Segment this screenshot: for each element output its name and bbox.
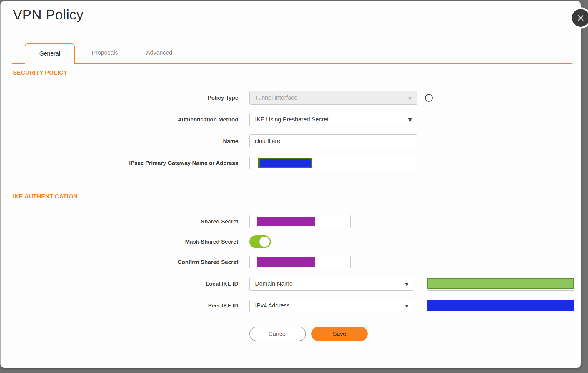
gateway-redaction-block — [258, 158, 312, 168]
policy-type-select: Tunnel Interface ▼ — [249, 91, 417, 105]
confirm-shared-secret-input[interactable] — [249, 255, 351, 269]
save-button-label: Save — [333, 331, 346, 337]
local-ike-id-redaction-block — [427, 278, 574, 289]
field-name: Name — [1, 134, 581, 148]
authentication-method-label: Authentication Method — [1, 116, 249, 123]
chevron-down-icon: ▼ — [404, 302, 410, 309]
shared-secret-redaction-block — [257, 217, 315, 226]
local-ike-id-value-input[interactable] — [426, 277, 575, 291]
ipsec-primary-gateway-input[interactable] — [249, 156, 417, 170]
cancel-button-label: Cancel — [269, 331, 287, 337]
local-ike-id-select[interactable]: Domain Name ▼ — [249, 277, 414, 291]
ipsec-primary-gateway-label: IPsec Primary Gateway Name or Address — [1, 160, 249, 166]
local-ike-id-label: Local IKE ID — [1, 281, 249, 287]
field-shared-secret: Shared Secret — [1, 215, 581, 228]
field-mask-shared-secret: Mask Shared Secret — [1, 235, 581, 248]
authentication-method-select[interactable]: IKE Using Preshared Secret ▼ — [249, 113, 417, 126]
confirm-shared-secret-redaction-block — [257, 257, 315, 267]
confirm-shared-secret-label: Confirm Shared Secret — [1, 259, 249, 265]
shared-secret-label: Shared Secret — [1, 218, 249, 225]
local-ike-id-type-value: Domain Name — [255, 280, 293, 287]
policy-type-info-icon[interactable]: i — [425, 94, 433, 102]
peer-ike-id-redaction-block — [427, 300, 574, 311]
field-peer-ike-id: Peer IKE ID IPv4 Address ▼ — [1, 299, 581, 312]
close-icon: × — [577, 10, 584, 26]
tab-advanced-label: Advanced — [146, 49, 172, 56]
mask-shared-secret-toggle[interactable] — [249, 235, 271, 248]
close-button[interactable]: × — [572, 9, 588, 27]
peer-ike-id-value-input[interactable] — [426, 299, 575, 312]
tab-general-label: General — [39, 50, 60, 57]
field-policy-type: Policy Type Tunnel Interface ▼ i — [1, 91, 581, 105]
page-title: VPN Policy — [13, 6, 84, 23]
mask-shared-secret-label: Mask Shared Secret — [1, 239, 249, 245]
peer-ike-id-label: Peer IKE ID — [1, 302, 249, 309]
peer-ike-id-type-value: IPv4 Address — [255, 302, 290, 309]
vpn-policy-dialog: VPN Policy General Proposals Advanced SE… — [0, 1, 581, 368]
field-local-ike-id: Local IKE ID Domain Name ▼ — [1, 277, 581, 291]
name-label: Name — [1, 138, 249, 145]
field-confirm-shared-secret: Confirm Shared Secret — [1, 255, 581, 269]
tab-proposals-label: Proposals — [92, 49, 118, 56]
policy-type-value: Tunnel Interface — [255, 94, 297, 101]
toggle-knob — [259, 237, 270, 247]
chevron-down-icon: ▼ — [407, 95, 413, 101]
field-ipsec-primary-gateway: IPsec Primary Gateway Name or Address — [1, 156, 581, 170]
chevron-down-icon: ▼ — [404, 281, 410, 287]
section-heading-security-policy: SECURITY POLICY — [13, 69, 581, 76]
chevron-down-icon: ▼ — [407, 116, 413, 123]
field-authentication-method: Authentication Method IKE Using Preshare… — [1, 113, 581, 126]
shared-secret-input[interactable] — [249, 215, 351, 228]
peer-ike-id-select[interactable]: IPv4 Address ▼ — [249, 299, 414, 312]
info-icon-glyph: i — [428, 95, 429, 101]
tab-proposals[interactable]: Proposals — [92, 49, 118, 56]
save-button[interactable]: Save — [311, 327, 368, 341]
section-heading-ike-authentication: IKE AUTHENTICATION — [13, 193, 581, 200]
policy-type-label: Policy Type — [1, 95, 249, 101]
authentication-method-value: IKE Using Preshared Secret — [255, 116, 329, 123]
general-tab-content: SECURITY POLICY Policy Type Tunnel Inter… — [1, 69, 581, 341]
tab-general[interactable]: General — [25, 43, 75, 64]
cancel-button[interactable]: Cancel — [249, 327, 306, 341]
tab-bar: General Proposals Advanced — [12, 43, 572, 64]
name-input[interactable] — [249, 134, 417, 148]
dialog-actions: Cancel Save — [1, 327, 581, 341]
tab-advanced[interactable]: Advanced — [146, 49, 172, 56]
